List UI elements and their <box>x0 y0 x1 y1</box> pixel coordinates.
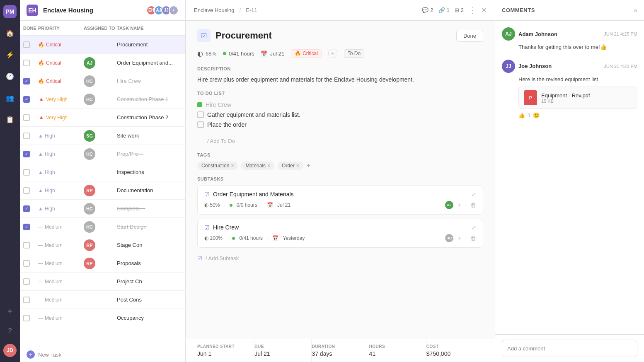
add-task-row[interactable]: ＋ New Task <box>20 347 185 362</box>
tag-chip[interactable]: Order × <box>278 162 303 170</box>
sidebar-user-avatar[interactable]: JD <box>3 344 17 357</box>
sidebar: PM 🏠 ⚡ 🕐 👥 📋 ＋ ？ JD <box>0 0 20 362</box>
task-row[interactable]: ▲ High HC Prep/Pre— <box>20 145 185 163</box>
duration-value: 37 days <box>312 350 368 357</box>
task-checkbox[interactable] <box>23 205 30 212</box>
col-priority[interactable]: PRIORITY <box>38 26 84 31</box>
comment-reactions: 👍 1 🙂 <box>518 112 637 118</box>
tag-remove-button[interactable]: × <box>296 163 299 169</box>
add-subtask-button[interactable]: ☑ / Add Subtask <box>197 252 483 265</box>
priority-cell: — Medium <box>38 315 84 321</box>
due-date-item[interactable]: 📅 Jul 21 <box>261 51 284 57</box>
sidebar-home-icon[interactable]: 🏠 <box>3 27 17 40</box>
task-checkbox[interactable] <box>23 133 30 139</box>
task-row[interactable]: — Medium HC Start Design <box>20 218 185 236</box>
priority-icon: 🔥 <box>38 42 44 48</box>
tag-label: Construction <box>201 163 229 169</box>
sidebar-logo[interactable]: PM <box>3 5 17 18</box>
priority-cell: ▲ High <box>38 188 84 193</box>
status-tag[interactable]: To Do <box>344 49 364 58</box>
task-row[interactable]: ▲ High SG Site work <box>20 127 185 145</box>
task-row[interactable]: ▲ High RP Documentation <box>20 181 185 200</box>
tag-remove-button[interactable]: × <box>231 163 234 169</box>
task-row[interactable]: 🔺 Very High Construction Phase 2 <box>20 109 185 127</box>
task-row[interactable]: 🔥 Critical HC Hire Crew <box>20 72 185 90</box>
priority-text: Medium <box>45 261 63 266</box>
assignee-avatar: HC <box>84 94 95 105</box>
sidebar-add-icon[interactable]: ＋ <box>3 304 17 317</box>
sidebar-lightning-icon[interactable]: ⚡ <box>3 48 17 61</box>
task-row[interactable]: 🔥 Critical Procurement <box>20 36 185 54</box>
done-button[interactable]: Done <box>456 30 483 42</box>
task-row[interactable]: 🔥 Critical AJ Order Equipment and... <box>20 54 185 72</box>
comments-panel-title: COMMENTS <box>502 7 535 13</box>
subtask-add-assignee-button[interactable]: ＋ <box>457 201 462 209</box>
task-row[interactable]: ▲ High HC Complete— <box>20 200 185 218</box>
tag-chip[interactable]: Materials × <box>241 162 274 170</box>
task-checkbox[interactable] <box>23 242 30 249</box>
task-checkbox[interactable] <box>23 278 30 285</box>
task-row[interactable]: 🔺 Very High HC Construction Phase 1 <box>20 90 185 109</box>
task-checkbox[interactable] <box>23 260 30 267</box>
subtask-expand-button[interactable]: ⤢ <box>472 224 476 231</box>
task-main-title[interactable]: Procurement <box>215 30 451 41</box>
subtask-delete-button[interactable]: 🗑 <box>470 202 476 208</box>
subtask-delete-button[interactable]: 🗑 <box>470 235 476 241</box>
task-checkbox[interactable] <box>23 187 30 194</box>
todo-checkbox[interactable] <box>197 111 204 118</box>
priority-icon: ▲ <box>38 188 43 193</box>
task-row[interactable]: ▲ High Inspections <box>20 163 185 181</box>
task-checkbox[interactable] <box>23 60 30 66</box>
task-checkbox[interactable] <box>23 78 30 84</box>
task-checkbox[interactable] <box>23 96 30 103</box>
priority-tag[interactable]: 🔥 Critical <box>291 49 322 58</box>
add-task-button[interactable]: ＋ <box>27 350 35 359</box>
add-todo-button[interactable]: / Add To Do <box>197 136 483 146</box>
add-task-label[interactable]: New Task <box>38 352 61 358</box>
task-row[interactable]: — Medium Project Ch <box>20 273 185 291</box>
more-options-button[interactable]: ⋮ <box>469 6 476 15</box>
sidebar-team-icon[interactable]: 👥 <box>3 91 17 104</box>
comment-attachment[interactable]: P Equipment - Rev.pdf 15 KB <box>518 87 637 109</box>
reaction-icon[interactable]: 👍 <box>518 112 525 118</box>
subtask-add-assignee-button[interactable]: ＋ <box>457 234 462 242</box>
subtask-expand-button[interactable]: ⤢ <box>472 191 476 198</box>
add-assignee-button[interactable]: ＋ <box>328 49 337 58</box>
task-checkbox[interactable] <box>23 151 30 157</box>
priority-text: Critical <box>46 42 61 48</box>
close-button[interactable]: ✕ <box>481 6 487 14</box>
description-text[interactable]: Hire crew plus order equipment and mater… <box>197 75 483 84</box>
sidebar-help-icon[interactable]: ？ <box>3 324 17 337</box>
task-checkbox[interactable] <box>23 41 30 48</box>
todo-checkbox[interactable] <box>197 121 204 128</box>
task-row[interactable]: — Medium RP Proposals <box>20 254 185 273</box>
add-reaction-button[interactable]: 🙂 <box>533 112 540 118</box>
assignee-avatar: RP <box>84 258 95 269</box>
tags-row: Construction ×Materials ×Order ×+ <box>197 162 483 170</box>
collapse-comments-button[interactable]: » <box>634 7 637 14</box>
task-row[interactable]: — Medium Post Cons <box>20 291 185 309</box>
sidebar-docs-icon[interactable]: 📋 <box>3 113 17 126</box>
subtask-hours: 0/0 hours <box>237 202 257 208</box>
task-row[interactable]: — Medium Occupancy <box>20 309 185 327</box>
priority-icon: 🔥 <box>38 60 44 66</box>
priority-icon: — <box>38 315 43 321</box>
add-tag-button[interactable]: + <box>307 162 310 169</box>
task-checkbox[interactable] <box>23 315 30 321</box>
sidebar-clock-icon[interactable]: 🕐 <box>3 70 17 83</box>
breadcrumb-project[interactable]: Enclave Housing <box>194 7 235 13</box>
comment-input[interactable] <box>502 340 637 357</box>
subtask-hours-dot <box>232 237 235 240</box>
task-checkbox[interactable] <box>23 114 30 121</box>
comments-count: 💬 2 <box>422 7 433 13</box>
task-checkbox[interactable] <box>23 297 30 303</box>
priority-icon: — <box>38 297 43 303</box>
tag-label: Materials <box>245 163 266 169</box>
task-row[interactable]: — Medium RP Stage Con <box>20 236 185 254</box>
subtask-hours: 0/41 hours <box>239 235 263 241</box>
task-checkbox[interactable] <box>23 224 30 230</box>
tag-remove-button[interactable]: × <box>267 163 270 169</box>
hours-stat: HOURS 41 <box>369 339 426 362</box>
tag-chip[interactable]: Construction × <box>197 162 238 170</box>
task-checkbox[interactable] <box>23 169 30 176</box>
